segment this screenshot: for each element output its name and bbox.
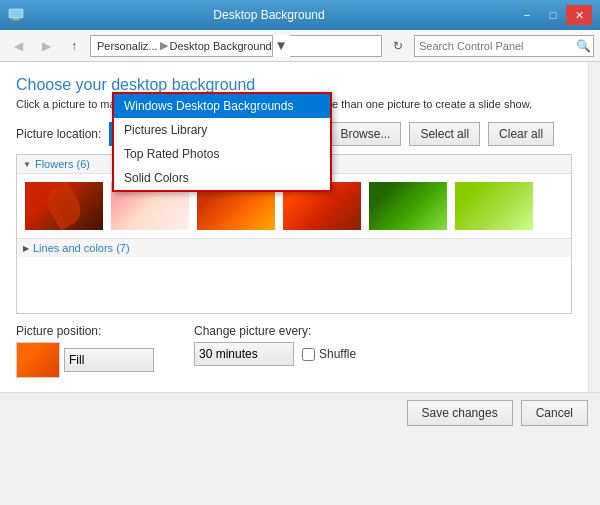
thumbnail-1[interactable] [23, 180, 105, 232]
select-all-button[interactable]: Select all [409, 122, 480, 146]
lines-arrow-icon: ▶ [23, 244, 29, 253]
browse-button[interactable]: Browse... [329, 122, 401, 146]
footer: Save changes Cancel [0, 392, 600, 432]
fill-select-wrap: Fill Fit Stretch Tile Center [16, 342, 154, 378]
dropdown-item-solid-colors[interactable]: Solid Colors [114, 166, 330, 190]
dropdown-item-pictures[interactable]: Pictures Library [114, 118, 330, 142]
change-picture-group: Change picture every: 30 minutes 1 minut… [194, 324, 356, 366]
refresh-button[interactable]: ↻ [386, 34, 410, 58]
svg-rect-1 [13, 18, 19, 20]
breadcrumb-part1: Personaliz... [97, 40, 158, 52]
breadcrumb-sep1: ▶ [160, 39, 168, 52]
svg-rect-2 [11, 20, 21, 21]
address-dropdown-button[interactable]: ▼ [272, 35, 290, 57]
minutes-select[interactable]: 30 minutes 1 minute 10 minutes 1 hour [194, 342, 294, 366]
cancel-button[interactable]: Cancel [521, 400, 588, 426]
breadcrumb: Personaliz... ▶ Desktop Background [97, 39, 272, 52]
search-box: 🔍 [414, 35, 594, 57]
bottom-controls: Picture position: Fill Fit Stretch Tile … [16, 324, 572, 378]
maximize-button[interactable]: □ [540, 5, 566, 25]
svg-rect-0 [9, 9, 23, 18]
thumb-image-6 [455, 182, 533, 230]
clear-all-button[interactable]: Clear all [488, 122, 554, 146]
address-input-box[interactable]: Personaliz... ▶ Desktop Background ▼ [90, 35, 382, 57]
window-title: Desktop Background [24, 8, 514, 22]
search-icon: 🔍 [573, 39, 593, 53]
window-controls: − □ ✕ [514, 5, 592, 25]
lines-section-label: Lines and colors (7) [33, 242, 130, 254]
minutes-select-wrap: 30 minutes 1 minute 10 minutes 1 hour [194, 342, 294, 366]
title-bar: Desktop Background − □ ✕ [0, 0, 600, 30]
flowers-arrow-icon: ▼ [23, 160, 31, 169]
desktop-icon [8, 7, 24, 23]
picture-location-label: Picture location: [16, 127, 101, 141]
change-every-label: Change picture every: [194, 324, 356, 338]
thumb-image-1 [25, 182, 103, 230]
shuffle-checkbox[interactable] [302, 348, 315, 361]
main-panel: Choose your desktop background Click a p… [0, 62, 588, 392]
lines-section-header: ▶ Lines and colors (7) [17, 238, 571, 257]
thumb-image-5 [369, 182, 447, 230]
picture-position-label: Picture position: [16, 324, 154, 338]
fill-select[interactable]: Fill Fit Stretch Tile Center [64, 348, 154, 372]
thumbnail-5[interactable] [367, 180, 449, 232]
address-bar: ◀ ▶ ↑ Personaliz... ▶ Desktop Background… [0, 30, 600, 62]
picture-position-group: Picture position: Fill Fit Stretch Tile … [16, 324, 154, 378]
shuffle-wrap: Shuffle [302, 347, 356, 361]
fill-preview [16, 342, 60, 378]
save-changes-button[interactable]: Save changes [407, 400, 513, 426]
shuffle-label: Shuffle [319, 347, 356, 361]
dropdown-item-windows[interactable]: Windows Desktop Backgrounds [114, 94, 330, 118]
change-every-row: 30 minutes 1 minute 10 minutes 1 hour Sh… [194, 342, 356, 366]
title-bar-left [8, 7, 24, 23]
up-button[interactable]: ↑ [62, 34, 86, 58]
close-button[interactable]: ✕ [566, 5, 592, 25]
minimize-button[interactable]: − [514, 5, 540, 25]
content-with-scrollbar: Choose your desktop background Click a p… [0, 62, 600, 392]
dropdown-item-top-rated[interactable]: Top Rated Photos [114, 142, 330, 166]
flowers-section-label: Flowers (6) [35, 158, 90, 170]
breadcrumb-part2: Desktop Background [170, 40, 272, 52]
back-button[interactable]: ◀ [6, 34, 30, 58]
location-dropdown-overlay: Windows Desktop Backgrounds Pictures Lib… [112, 92, 332, 192]
search-input[interactable] [415, 36, 573, 56]
forward-button[interactable]: ▶ [34, 34, 58, 58]
scrollbar[interactable] [588, 62, 600, 392]
thumbnail-6[interactable] [453, 180, 535, 232]
